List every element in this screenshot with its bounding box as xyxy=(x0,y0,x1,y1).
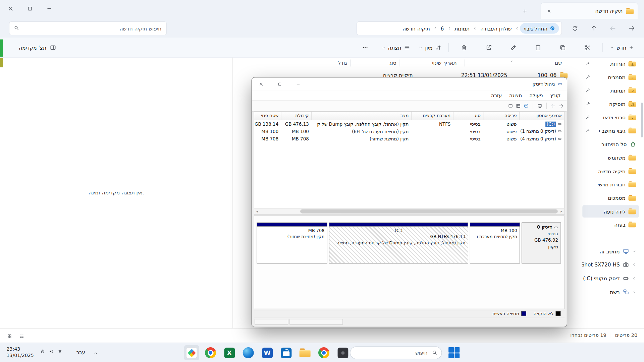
volume-icon[interactable] xyxy=(49,349,54,354)
up-button[interactable] xyxy=(587,22,600,35)
preview-pane-divider[interactable] xyxy=(232,57,233,328)
col-volume[interactable]: אמצעי אחסון xyxy=(519,112,565,120)
paste-button[interactable] xyxy=(526,41,550,54)
table-view-icon[interactable] xyxy=(516,104,521,109)
sidebar-item-recycle-bin[interactable]: סל המיחזור xyxy=(582,138,639,150)
tab-close-icon[interactable] xyxy=(545,7,553,15)
touch-icon[interactable] xyxy=(40,349,45,354)
maximize-window-button[interactable] xyxy=(20,1,40,16)
scroll-left-arrow[interactable]: ◂ xyxy=(254,209,260,214)
sidebar-item-local-disk[interactable]: דיסק מקומי (C:) xyxy=(582,272,639,285)
breadcrumb-current[interactable]: תיקיה חדשה xyxy=(400,25,433,31)
scrollbar-thumb[interactable] xyxy=(300,209,558,213)
menu-file[interactable]: קובץ xyxy=(547,92,565,99)
details-view-button[interactable] xyxy=(17,332,26,340)
minimize-window-button[interactable] xyxy=(40,1,59,16)
breadcrumb-pictures[interactable]: תמונות xyxy=(452,25,472,31)
excel-icon[interactable]: X xyxy=(222,345,237,360)
sidebar-item-12[interactable]: בעזה xyxy=(582,218,639,231)
sidebar-item-music[interactable]: מוסיקה xyxy=(582,98,639,110)
partition-recovery[interactable]: MB 708 תקין (מחיצת שחזור) xyxy=(257,223,327,263)
large-icons-view-button[interactable] xyxy=(5,332,14,340)
volume-row-efi[interactable]: (דיסק 0 מחיצה 1) פשוט בסיסי תקין (מחיצת … xyxy=(254,128,564,135)
sidebar-item-downloads[interactable]: הורדות xyxy=(582,57,639,70)
menu-action[interactable]: פעולה xyxy=(526,92,546,99)
partition-efi[interactable]: MB 100 תקין (מחיצת מערכת ו xyxy=(470,223,520,263)
sidebar-item-9[interactable]: חבורות מוישי xyxy=(582,178,639,190)
column-header-size[interactable]: גודל xyxy=(338,60,347,66)
col-capacity[interactable]: קיבולת xyxy=(281,112,312,120)
menu-help[interactable]: עזרה xyxy=(487,92,505,99)
taskbar-search-input[interactable] xyxy=(350,347,441,359)
chrome-icon-2[interactable] xyxy=(316,345,331,360)
new-tab-button[interactable] xyxy=(520,6,530,16)
rename-button[interactable] xyxy=(501,41,525,54)
sidebar-item-camera-device[interactable]: Shot SX720 HS xyxy=(582,258,639,271)
view-button[interactable]: תצוגה xyxy=(378,41,414,54)
pane-view-icon[interactable] xyxy=(508,104,513,109)
minimize-window-button[interactable] xyxy=(289,77,307,90)
sidebar-item-documents[interactable]: מסמכים xyxy=(582,71,639,83)
volume-row-c[interactable]: (C:) פשוט בסיסי NTFS תקין (אתחול, קובץ ה… xyxy=(254,120,564,128)
sidebar-item-selected[interactable]: לידה נועה xyxy=(582,205,639,218)
col-filesystem[interactable]: מערכת קבצים xyxy=(411,112,453,120)
language-indicator[interactable]: עבר xyxy=(76,349,85,355)
more-options-button[interactable] xyxy=(353,41,377,54)
close-window-button[interactable] xyxy=(252,77,270,90)
menu-view[interactable]: תצוגה xyxy=(505,92,526,99)
file-explorer-icon[interactable] xyxy=(298,345,313,360)
sidebar-item-documents-2[interactable]: מסמכים xyxy=(582,192,639,204)
taskbar-clock[interactable]: 23:43 13/01/2025 xyxy=(7,346,34,359)
column-header-date[interactable]: תאריך שינוי xyxy=(432,60,457,66)
tray-overflow-chevron[interactable] xyxy=(93,350,98,357)
forward-icon[interactable] xyxy=(551,104,556,109)
breadcrumb-6[interactable]: 6 xyxy=(438,25,446,31)
new-button[interactable]: חדש xyxy=(606,41,638,54)
sidebar-item-pictures[interactable]: תמונות xyxy=(582,84,639,97)
column-header-name[interactable]: שם xyxy=(555,60,562,66)
sort-button[interactable]: מיון xyxy=(415,41,445,54)
sidebar-item-videos[interactable]: סרטי וידאו xyxy=(582,111,639,124)
sidebar-item-new-folder[interactable]: תיקיה חדשה xyxy=(582,165,639,177)
start-button[interactable] xyxy=(448,347,460,358)
console-icon[interactable] xyxy=(537,104,542,109)
sidebar-item-user[interactable]: משתמש xyxy=(582,152,639,164)
back-button[interactable] xyxy=(625,22,638,35)
onedrive-backup-button[interactable]: התחל גיבוי xyxy=(520,23,559,34)
chrome-icon[interactable] xyxy=(203,345,218,360)
col-status[interactable]: מצב xyxy=(311,112,411,120)
explorer-tab[interactable]: תיקיה חדשה xyxy=(540,2,638,19)
volume-row-recovery[interactable]: (דיסק 0 מחיצה 4) פשוט בסיסי תקין (מחיצת … xyxy=(254,135,564,142)
scroll-right-arrow[interactable]: ▸ xyxy=(558,209,564,214)
search-input[interactable] xyxy=(9,22,166,35)
word-icon[interactable]: W xyxy=(260,345,275,360)
sidebar-scrollbar[interactable] xyxy=(641,103,643,137)
edge-icon[interactable] xyxy=(241,345,256,360)
wifi-icon[interactable] xyxy=(57,349,62,354)
explorer-search-box[interactable] xyxy=(9,21,167,36)
copy-button[interactable] xyxy=(551,41,575,54)
cut-button[interactable] xyxy=(576,41,599,54)
photos-app-icon[interactable] xyxy=(184,345,199,360)
share-button[interactable] xyxy=(477,41,501,54)
column-header-type[interactable]: סוג xyxy=(389,60,396,66)
microsoft-store-icon[interactable] xyxy=(278,345,293,360)
breadcrumb-desktop[interactable]: שולחן העבודה xyxy=(478,25,514,31)
col-type[interactable]: סוג xyxy=(453,112,483,120)
sidebar-item-this-pc[interactable]: מחשב זה xyxy=(582,245,639,257)
sidebar-item-network[interactable]: רשת xyxy=(582,286,639,298)
refresh-button[interactable] xyxy=(569,22,582,35)
delete-button[interactable] xyxy=(452,41,476,54)
sidebar-item-backup[interactable]: גיבוי מחשב י xyxy=(582,124,639,137)
preview-pane-button[interactable]: תצ' מקדימה xyxy=(15,41,60,54)
horizontal-scrollbar[interactable]: ◂ ▸ xyxy=(254,208,564,214)
disk-0-header[interactable]: דיסק 0 בסיסי GB 476.92 מקוון xyxy=(522,223,561,263)
taskbar-search-box[interactable] xyxy=(350,346,442,359)
dark-app-icon[interactable] xyxy=(335,345,350,360)
breadcrumb-bar[interactable]: התחל גיבוי שולחן העבודה תמונות 6 תיקיה ח… xyxy=(357,21,562,36)
partition-c[interactable]: (C:) GB NTFS 476.13 תקין (אתחול, קובץ הח… xyxy=(329,223,468,263)
maximize-window-button[interactable] xyxy=(270,77,289,90)
help-icon[interactable] xyxy=(524,104,529,109)
col-freespace[interactable]: שטח פנוי xyxy=(254,112,281,120)
col-layout[interactable]: פריסה xyxy=(483,112,519,120)
